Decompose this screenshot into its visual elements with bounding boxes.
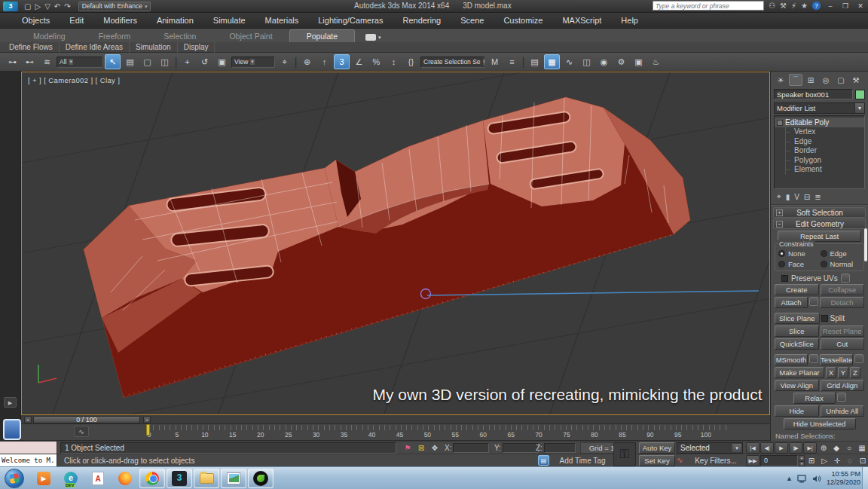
help-search-input[interactable] (653, 1, 764, 11)
show-desktop-button[interactable] (862, 467, 868, 489)
menu-animation[interactable]: Animation (147, 13, 203, 29)
current-frame-marker[interactable] (146, 424, 150, 436)
rendered-frame-window-icon[interactable]: ▣ (631, 54, 646, 69)
current-frame-field[interactable]: 0 (760, 455, 798, 466)
msmooth-settings-button[interactable] (809, 354, 818, 363)
chrome-icon[interactable] (139, 469, 165, 488)
open-mini-curve-editor-button[interactable]: ∿ (74, 426, 89, 437)
ribbon-tab-object-paint[interactable]: Object Paint (212, 30, 289, 42)
x-coordinate-field[interactable] (453, 443, 489, 453)
ribbon-tab-modeling[interactable]: Modeling (17, 30, 82, 42)
grid-align-button[interactable]: Grid Align (821, 380, 865, 391)
slice-button[interactable]: Slice (775, 325, 819, 337)
menu-modifiers[interactable]: Modifiers (93, 13, 147, 29)
slice-plane-button[interactable]: Slice Plane (775, 313, 820, 324)
undo-icon[interactable]: ↶ (54, 2, 60, 11)
make-planar-z-button[interactable]: Z (850, 367, 860, 378)
constraint-edge-radio[interactable]: Edge (821, 249, 861, 258)
menu-edit[interactable]: Edit (60, 13, 93, 29)
relax-button[interactable]: Relax (793, 393, 836, 404)
remove-modifier-icon[interactable]: ⊟ (804, 193, 810, 201)
menu-maxscript[interactable]: MAXScript (552, 13, 611, 29)
modifier-stack[interactable]: Editable Poly VertexEdgeBorderPolygonEle… (774, 115, 865, 189)
key-mode-toggle[interactable]: ▶▶ (746, 455, 760, 466)
t essellate-button[interactable]: Tessellate (820, 354, 853, 365)
use-pivot-point-center-icon[interactable]: ⌖ (277, 54, 292, 69)
select-and-rotate-icon[interactable]: ↺ (197, 54, 212, 69)
pan-icon[interactable]: ✛ (831, 455, 843, 466)
stack-sub-object-item[interactable]: Polygon (775, 156, 864, 166)
keyboard-shortcut-override-icon[interactable]: ↑ (316, 54, 332, 69)
object-color-swatch[interactable] (855, 90, 865, 99)
subtab-simulation[interactable]: Simulation (130, 42, 178, 53)
object-name-field[interactable]: Speaker box001 (774, 89, 853, 99)
y-coordinate-field[interactable] (503, 443, 539, 453)
maxscript-mini-listener[interactable]: Welcome to M. (0, 454, 57, 467)
menu-simulate[interactable]: Simulate (203, 13, 255, 29)
panel-scrollbar[interactable] (864, 228, 867, 261)
select-by-name-icon[interactable]: ▤ (122, 54, 138, 69)
key-filters-button[interactable]: Key Filters... (689, 455, 743, 466)
pin-stack-icon[interactable]: ⌖ (777, 192, 781, 201)
render-production-icon[interactable]: ♨ (648, 54, 664, 69)
hide-selected-button[interactable]: Hide Selected (775, 405, 819, 417)
firefox-icon[interactable] (112, 469, 138, 488)
welcome-window-icon[interactable] (3, 419, 21, 440)
ribbon-tab-selection[interactable]: Selection (147, 30, 212, 42)
rectangular-selection-region-icon[interactable]: ▢ (139, 54, 155, 69)
show-end-result-icon[interactable]: ▮ (786, 193, 790, 201)
time-tag-icon[interactable]: ▤ (538, 455, 549, 466)
exchange-icon[interactable]: ⚡ (791, 2, 796, 10)
time-configuration-icon[interactable]: ⊞ (805, 455, 818, 466)
layer-manager-icon[interactable]: ▤ (527, 54, 542, 69)
stack-item-editable-poly[interactable]: Editable Poly (775, 118, 864, 127)
named-selection-sets-dropdown[interactable]: Create Selection Se (420, 57, 485, 68)
previous-frame-arrow[interactable]: < (24, 416, 32, 423)
select-and-manipulate-icon[interactable]: ⊕ (299, 54, 315, 69)
favorites-star-icon[interactable]: ★ (801, 2, 808, 10)
notes-app-icon[interactable]: A (85, 469, 111, 488)
select-and-move-icon[interactable]: + (179, 54, 195, 69)
volume-icon[interactable] (812, 475, 822, 483)
modifier-list-dropdown[interactable]: Modifier List▼ (774, 102, 865, 114)
configure-modifier-sets-icon[interactable]: ≣ (815, 193, 821, 201)
start-button[interactable] (5, 469, 24, 488)
collapse-button[interactable]: Collapse (821, 284, 865, 295)
window-crossing-toggle-icon[interactable]: ◫ (157, 54, 173, 69)
save-file-icon[interactable]: ▽ (44, 2, 50, 11)
stack-sub-object-item[interactable]: Vertex (775, 127, 864, 137)
angle-snap-toggle-icon[interactable]: ∠ (351, 54, 367, 69)
make-planar-x-button[interactable]: X (826, 367, 836, 378)
constraint-normal-radio[interactable]: Normal (821, 260, 861, 268)
preserve-uvs-checkbox[interactable] (781, 275, 788, 282)
viewport-layout-tab-button[interactable]: ▶ (4, 397, 17, 408)
constraint-face-radio[interactable]: Face (778, 260, 819, 268)
viewport-camera002[interactable]: [ + ] [ Camera002 ] [ Clay ] (21, 72, 770, 415)
render-setup-icon[interactable]: ⚙ (613, 54, 629, 69)
snaps-toggle-icon[interactable]: 3 (334, 54, 350, 69)
frame-spinner[interactable]: ▲▼ (799, 455, 805, 466)
pin-icon[interactable]: ⚑ (402, 443, 413, 453)
workspace-dropdown[interactable]: Default with Enhance▾ (78, 2, 151, 11)
absolute-mode-transform-icon[interactable]: ✥ (429, 443, 440, 453)
new-scene-icon[interactable]: ▢ (24, 2, 31, 11)
edge-dev-icon[interactable]: eDEV (58, 469, 84, 488)
unhide-all-button[interactable]: Unhide All (821, 405, 865, 417)
selection-filter-dropdown[interactable]: All (57, 57, 103, 68)
3ds-max-taskbar-icon[interactable]: 3 (167, 469, 192, 488)
mirror-icon[interactable]: M (487, 54, 503, 69)
quickslice-button[interactable]: QuickSlice (775, 338, 819, 350)
time-slider-handle[interactable]: 0 / 100 (33, 416, 140, 423)
rollout-edit-geometry[interactable]: − Edit Geometry (773, 219, 866, 229)
wrench-icon[interactable]: ⚒ (780, 2, 787, 10)
steering-wheels-icon[interactable]: ◆ (830, 442, 842, 454)
restore-button[interactable]: ❐ (840, 2, 851, 10)
coreldraw-icon[interactable] (248, 469, 274, 488)
unlink-selection-icon[interactable]: ⊷ (22, 54, 38, 69)
create-tab[interactable]: ☀ (774, 74, 787, 86)
menu-scene[interactable]: Scene (451, 13, 494, 29)
rollout-soft-selection[interactable]: + Soft Selection (773, 207, 866, 218)
select-and-link-icon[interactable]: ⊶ (5, 54, 20, 69)
make-planar-button[interactable]: Make Planar (775, 367, 824, 378)
select-object-icon[interactable]: ↖ (105, 54, 121, 69)
